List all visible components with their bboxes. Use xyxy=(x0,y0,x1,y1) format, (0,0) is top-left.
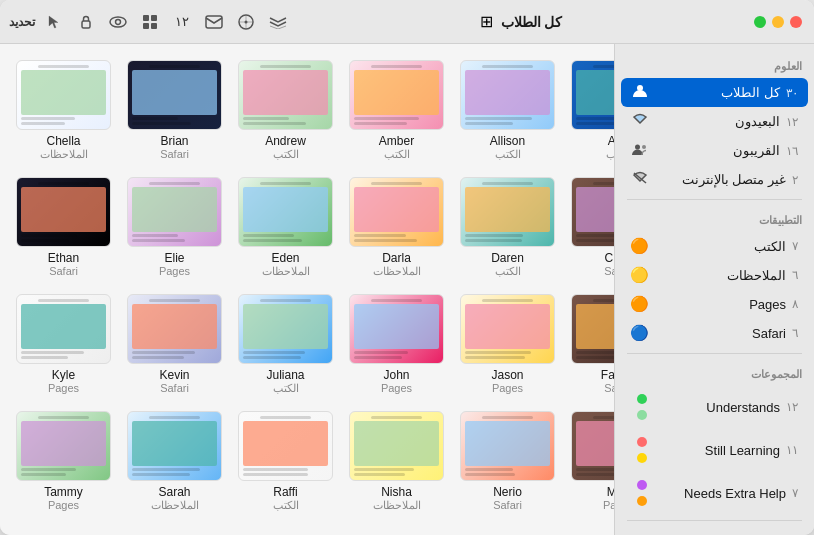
minimize-button[interactable] xyxy=(772,16,784,28)
student-app: Safari xyxy=(160,148,189,160)
student-name: Chella xyxy=(46,134,80,148)
needs-help-icon xyxy=(631,477,649,509)
student-card-juliana[interactable]: Julianaالكتب xyxy=(238,294,333,395)
student-app: الكتب xyxy=(495,148,521,161)
student-name: Ethan xyxy=(48,251,79,265)
student-card-ethan[interactable]: EthanSafari xyxy=(16,177,111,278)
title-bar-center: ⊞ كل الطلاب xyxy=(288,12,754,31)
student-card-eden[interactable]: Edenالملاحظات xyxy=(238,177,333,278)
new-group-button[interactable]: ⊕ مجموعة جديدة xyxy=(621,527,808,535)
student-app: الكتب xyxy=(606,148,615,161)
student-card-farrah[interactable]: FarrahSafari xyxy=(571,294,614,395)
select-button[interactable]: تحديد xyxy=(12,12,32,32)
traffic-lights xyxy=(754,16,802,28)
student-card-raffi[interactable]: Raffiالكتب xyxy=(238,411,333,512)
student-app: الملاحظات xyxy=(373,499,421,512)
view-icon[interactable] xyxy=(108,12,128,32)
student-name: Nisha xyxy=(381,485,412,499)
student-card-jason[interactable]: JasonPages xyxy=(460,294,555,395)
student-app: Safari xyxy=(49,265,78,277)
student-card-matt[interactable]: MattPages xyxy=(571,411,614,512)
student-app: Pages xyxy=(159,265,190,277)
svg-point-2 xyxy=(116,19,121,24)
sidebar-item-notes[interactable]: ٦ الملاحظات 🟡 xyxy=(621,261,808,289)
student-card-darla[interactable]: Darlaالملاحظات xyxy=(349,177,444,278)
student-name: Andrew xyxy=(265,134,306,148)
student-card-kevin[interactable]: KevinSafari xyxy=(127,294,222,395)
mail-icon[interactable] xyxy=(204,12,224,32)
sidebar-item-remote[interactable]: ١٢ البعيدون xyxy=(621,108,808,135)
student-name: Raffi xyxy=(273,485,297,499)
student-card-john[interactable]: JohnPages xyxy=(349,294,444,395)
svg-rect-7 xyxy=(206,16,222,28)
sidebar-item-all-students[interactable]: ٣٠ كل الطلاب xyxy=(621,78,808,107)
student-name: Juliana xyxy=(266,368,304,382)
svg-rect-6 xyxy=(151,23,157,29)
nearby-count: ١٦ xyxy=(786,144,798,158)
main-content: ChellaالملاحظاتBrianSafariAndrewالكتبAmb… xyxy=(0,44,814,535)
student-card-amber[interactable]: Amberالكتب xyxy=(349,60,444,161)
safari-label: Safari xyxy=(655,326,786,341)
student-app: Safari xyxy=(604,382,614,394)
window-title: كل الطلاب xyxy=(501,14,563,30)
student-app: الكتب xyxy=(273,499,299,512)
needs-help-label: Needs Extra Help xyxy=(655,486,786,501)
window-icon: ⊞ xyxy=(480,12,493,31)
pages-label: Pages xyxy=(655,297,786,312)
sidebar-item-books[interactable]: ٧ الكتب 🟠 xyxy=(621,232,808,260)
toolbar-left: تحديد xyxy=(12,12,288,32)
offline-count: ٢ xyxy=(792,173,798,187)
svg-rect-0 xyxy=(82,21,90,28)
student-app: الملاحظات xyxy=(40,148,88,161)
student-name: Daren xyxy=(491,251,524,265)
student-app: الملاحظات xyxy=(262,265,310,278)
divider-3 xyxy=(627,520,802,521)
sidebar-item-still-learning[interactable]: ١١ Still Learning xyxy=(621,429,808,471)
student-card-sarah[interactable]: Sarahالملاحظات xyxy=(127,411,222,512)
sidebar-item-understands[interactable]: ١٢ Understands xyxy=(621,386,808,428)
layers-icon[interactable] xyxy=(268,12,288,32)
student-card-nerio[interactable]: NerioSafari xyxy=(460,411,555,512)
student-app: الملاحظات xyxy=(151,499,199,512)
sidebar-item-needs-help[interactable]: ٧ Needs Extra Help xyxy=(621,472,808,514)
student-app: Pages xyxy=(381,382,412,394)
student-name: Jason xyxy=(491,368,523,382)
svg-point-11 xyxy=(635,145,640,150)
understands-label: Understands xyxy=(655,400,780,415)
cursor-icon[interactable] xyxy=(44,12,64,32)
safari-count: ٦ xyxy=(792,326,798,340)
student-app: Pages xyxy=(48,382,79,394)
apps-icon[interactable] xyxy=(140,12,160,32)
student-grid-area[interactable]: ChellaالملاحظاتBrianSafariAndrewالكتبAmb… xyxy=(0,44,614,535)
close-button[interactable] xyxy=(790,16,802,28)
books-label: الكتب xyxy=(655,239,786,254)
student-card-aga[interactable]: Agaالكتب xyxy=(571,60,614,161)
student-card-tammy[interactable]: TammyPages xyxy=(16,411,111,512)
notes-count: ٦ xyxy=(792,268,798,282)
sidebar-item-offline[interactable]: ٢ غير متصل بالإنترنت xyxy=(621,166,808,193)
nearby-icon xyxy=(631,141,649,160)
student-name: Nerio xyxy=(493,485,522,499)
student-card-chris[interactable]: ChrisSafari xyxy=(571,177,614,278)
maximize-button[interactable] xyxy=(754,16,766,28)
student-card-elie[interactable]: EliePages xyxy=(127,177,222,278)
remote-count: ١٢ xyxy=(786,115,798,129)
student-card-chella[interactable]: Chellaالملاحظات xyxy=(16,60,111,161)
sidebar-item-nearby[interactable]: ١٦ القريبون xyxy=(621,136,808,165)
student-card-andrew[interactable]: Andrewالكتب xyxy=(238,60,333,161)
compass-icon[interactable] xyxy=(236,12,256,32)
lock-icon[interactable] xyxy=(76,12,96,32)
sidebar-item-safari[interactable]: ٦ Safari 🔵 xyxy=(621,319,808,347)
student-card-daren[interactable]: Darenالكتب xyxy=(460,177,555,278)
student-grid: ChellaالملاحظاتBrianSafariAndrewالكتبAmb… xyxy=(16,60,598,512)
student-card-kyle[interactable]: KylePages xyxy=(16,294,111,395)
count-badge: ١٢ xyxy=(172,12,192,32)
student-card-brian[interactable]: BrianSafari xyxy=(127,60,222,161)
student-name: Tammy xyxy=(44,485,83,499)
sidebar-item-pages[interactable]: ٨ Pages 🟠 xyxy=(621,290,808,318)
student-card-allison[interactable]: Allisonالكتب xyxy=(460,60,555,161)
sidebar-section-students: العلوم xyxy=(615,52,814,77)
student-app: Pages xyxy=(48,499,79,511)
student-card-nisha[interactable]: Nishaالملاحظات xyxy=(349,411,444,512)
student-name: Elie xyxy=(164,251,184,265)
